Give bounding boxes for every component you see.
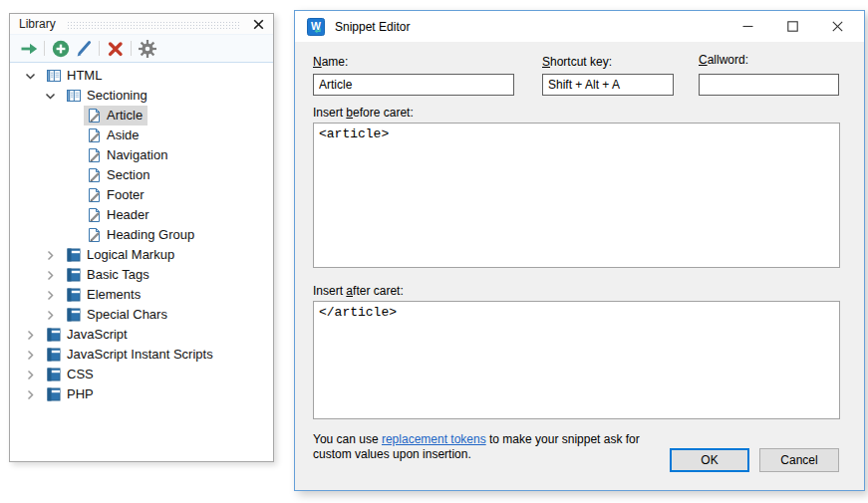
chevron-spacer <box>63 228 84 243</box>
closed-book-icon <box>66 307 82 323</box>
tree-item-javascript[interactable]: JavaScript <box>10 325 273 345</box>
tree-item-content[interactable]: Elements <box>64 285 145 305</box>
tree-item-content[interactable]: Basic Tags <box>64 265 154 285</box>
snippet-icon <box>86 207 102 223</box>
tree-item-selected-content[interactable]: Article <box>84 106 147 126</box>
dialog-titlebar[interactable]: W Snippet Editor <box>295 11 864 42</box>
insert-snippet-button[interactable] <box>17 37 40 60</box>
library-panel-header: Library <box>10 14 273 34</box>
chevron-collapsed-icon[interactable] <box>23 328 44 343</box>
insert-arrow-icon <box>19 39 39 59</box>
panel-drag-grip[interactable] <box>67 21 241 30</box>
shortcut-key-field[interactable] <box>542 74 674 96</box>
tree-item-label: Aside <box>107 126 140 145</box>
tree-item-label: Elements <box>87 285 141 305</box>
tree-item-content[interactable]: PHP <box>44 384 99 404</box>
chevron-expanded-icon[interactable] <box>43 89 64 104</box>
tree-item-label: Logical Markup <box>87 245 174 265</box>
snippet-icon <box>86 187 102 203</box>
insert-after-caret-textarea[interactable]: </article> <box>313 301 840 419</box>
tree-item-elements[interactable]: Elements <box>10 285 273 305</box>
tree-item-navigation[interactable]: Navigation <box>10 145 273 165</box>
closed-book-icon <box>46 367 62 382</box>
panel-close-button[interactable] <box>251 17 265 31</box>
tree-item-header[interactable]: Header <box>10 205 273 225</box>
tree-item-aside[interactable]: Aside <box>10 126 273 145</box>
tree-item-content[interactable]: Header <box>84 205 154 225</box>
snippet-icon <box>86 167 102 183</box>
tree-item-article[interactable]: Article <box>10 106 273 126</box>
tree-item-content[interactable]: JavaScript Instant Scripts <box>44 345 218 365</box>
chevron-spacer <box>63 208 84 223</box>
cancel-button[interactable]: Cancel <box>759 448 839 472</box>
snippet-icon <box>86 147 102 163</box>
tree-item-basic-tags[interactable]: Basic Tags <box>10 265 273 285</box>
toolbar-separator <box>99 41 100 56</box>
ok-button[interactable]: OK <box>670 448 749 472</box>
callword-field[interactable] <box>699 74 839 96</box>
tree-item-content[interactable]: Aside <box>84 126 145 145</box>
tree-item-content[interactable]: Sectioning <box>64 86 152 106</box>
tree-item-content[interactable]: Heading Group <box>84 225 199 245</box>
snippet-icon <box>86 127 102 143</box>
chevron-spacer <box>63 109 84 124</box>
tree-item-section[interactable]: Section <box>10 165 273 185</box>
add-snippet-button[interactable] <box>49 37 72 60</box>
webuilder-app-icon: W <box>307 18 325 36</box>
maximize-icon <box>787 21 798 32</box>
dialog-content: Name: Shortcut key: Callword: Insert bef… <box>295 42 864 490</box>
tree-item-content[interactable]: CSS <box>44 365 99 384</box>
chevron-collapsed-icon[interactable] <box>23 348 44 363</box>
tree-item-label: CSS <box>67 365 94 384</box>
tree-item-content[interactable]: HTML <box>44 66 107 86</box>
tree-item-content[interactable]: JavaScript <box>44 325 133 345</box>
shortcut-key-label: Shortcut key: <box>542 55 612 69</box>
tree-item-label: Sectioning <box>87 86 147 106</box>
maximize-button[interactable] <box>770 11 815 42</box>
tree-item-footer[interactable]: Footer <box>10 185 273 205</box>
dialog-title: Snippet Editor <box>335 20 410 34</box>
tree-item-css[interactable]: CSS <box>10 365 273 384</box>
tree-item-javascript-instant-scripts[interactable]: JavaScript Instant Scripts <box>10 345 273 365</box>
open-book-icon <box>46 68 62 84</box>
callword-label: Callword: <box>699 53 748 67</box>
chevron-spacer <box>63 148 84 163</box>
delete-snippet-button[interactable] <box>104 37 127 60</box>
close-button[interactable] <box>815 11 860 42</box>
library-toolbar <box>10 34 273 63</box>
tree-item-logical-markup[interactable]: Logical Markup <box>10 245 273 265</box>
minimize-icon <box>742 21 753 32</box>
chevron-expanded-icon[interactable] <box>23 69 44 84</box>
close-icon <box>832 21 843 32</box>
chevron-collapsed-icon[interactable] <box>43 288 64 303</box>
tree-item-content[interactable]: Section <box>84 165 154 185</box>
tree-item-sectioning[interactable]: Sectioning <box>10 86 273 106</box>
tree-item-html[interactable]: HTML <box>10 66 273 86</box>
edit-snippet-button[interactable] <box>72 37 95 60</box>
name-field[interactable] <box>313 74 514 96</box>
chevron-collapsed-icon[interactable] <box>43 248 64 263</box>
closed-book-icon <box>46 347 62 363</box>
chevron-collapsed-icon[interactable] <box>43 268 64 283</box>
tree-item-content[interactable]: Footer <box>84 185 149 205</box>
snippet-editor-dialog: W Snippet Editor Name: Shortcut key: Cal… <box>294 10 865 491</box>
closed-book-icon <box>66 247 82 263</box>
replacement-tokens-link[interactable]: replacement tokens <box>382 432 486 446</box>
settings-button[interactable] <box>136 37 158 60</box>
tree-item-content[interactable]: Special Chars <box>64 305 172 325</box>
tree-item-content[interactable]: Logical Markup <box>64 245 179 265</box>
tree-item-label: JavaScript Instant Scripts <box>67 345 213 365</box>
chevron-spacer <box>63 168 84 183</box>
note-line2: custom values upon insertion. <box>313 447 672 462</box>
tree-item-heading-group[interactable]: Heading Group <box>10 225 273 245</box>
tree-item-php[interactable]: PHP <box>10 384 273 404</box>
chevron-collapsed-icon[interactable] <box>43 308 64 323</box>
tree-item-special-chars[interactable]: Special Chars <box>10 305 273 325</box>
chevron-collapsed-icon[interactable] <box>23 368 44 382</box>
tree-item-label: Header <box>107 205 149 225</box>
insert-before-caret-textarea[interactable]: <article> <box>313 123 840 268</box>
closed-book-icon <box>46 386 62 402</box>
minimize-button[interactable] <box>725 11 770 42</box>
tree-item-content[interactable]: Navigation <box>84 145 172 165</box>
chevron-collapsed-icon[interactable] <box>23 387 44 402</box>
